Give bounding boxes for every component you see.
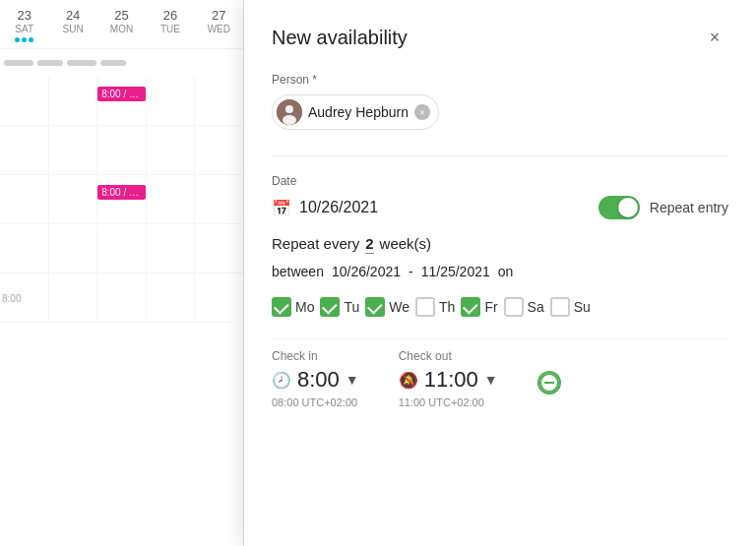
date-end: 11/25/2021 [421, 264, 490, 279]
close-button[interactable]: × [701, 24, 728, 51]
modal-header: New availability × [272, 24, 728, 51]
divider-bar-1 [4, 60, 33, 66]
checkout-value: 11:00 [424, 367, 478, 393]
day-item-we: We [365, 297, 410, 317]
checkin-dropdown-arrow[interactable]: ▼ [346, 372, 359, 388]
day-label-tu: Tu [344, 299, 359, 315]
date-separator: - [409, 264, 413, 279]
checkout-utc: 11:00 UTC+02:00 [399, 396, 498, 408]
checkout-field-row: 🔕 11:00 ▼ [399, 367, 498, 393]
cal-event-1: 8:00 / day - The [97, 87, 146, 101]
person-field-label: Person * [272, 73, 728, 87]
date-start: 10/26/2021 [332, 264, 401, 279]
on-label: on [498, 264, 514, 279]
cal-cell-sun-4 [49, 224, 98, 273]
checkin-checkout-row: Check in 🕗 8:00 ▼ 08:00 UTC+02:00 Check … [272, 338, 728, 408]
cal-cell-wed-4 [195, 224, 243, 273]
between-row: between 10/26/2021 - 11/25/2021 on [272, 264, 728, 279]
day-checkbox-we[interactable] [365, 297, 385, 317]
day-checkbox-su[interactable] [550, 297, 570, 317]
cal-day-name-sun: SUN [48, 24, 96, 34]
day-label-we: We [389, 299, 410, 315]
cal-cell-mon-5 [97, 273, 147, 322]
cal-cell-mon-2 [97, 126, 147, 174]
dot-1 [15, 37, 20, 42]
avatar-icon [277, 99, 302, 125]
repeat-toggle[interactable] [598, 196, 640, 219]
cal-cell-sat-2 [0, 126, 49, 174]
cal-day-mon: 25 MON [97, 8, 146, 42]
divider-bar-2 [37, 60, 63, 66]
day-checkbox-fr[interactable] [461, 297, 480, 317]
person-remove-button[interactable]: × [414, 104, 430, 120]
cal-cell-tue-3 [147, 175, 196, 223]
cal-cell-wed-5 [195, 273, 243, 322]
day-item-fr: Fr [461, 297, 497, 317]
divider-bar-3 [67, 60, 96, 66]
cal-cell-mon-1: 8:00 / day - The [97, 77, 147, 125]
day-item-mo: Mo [272, 297, 314, 317]
cal-cell-tue-5 [147, 273, 196, 322]
checkout-group: Check out 🔕 11:00 ▼ 11:00 UTC+02:00 [399, 349, 498, 408]
divider-row-1 [0, 49, 243, 77]
cal-cell-sat-1 [0, 77, 49, 125]
cal-day-num-sat: 23 [0, 8, 48, 23]
cal-cell-wed-2 [195, 126, 243, 174]
day-checkbox-tu[interactable] [320, 297, 340, 317]
checkin-value: 8:00 [297, 367, 340, 393]
checkin-utc: 08:00 UTC+02:00 [272, 396, 359, 408]
cal-day-num-wed: 27 [195, 8, 243, 23]
cal-day-num-tue: 26 [146, 8, 194, 23]
checkout-label: Check out [399, 349, 498, 363]
cal-day-sun: 24 SUN [48, 8, 96, 42]
cal-cell-sun-1 [49, 77, 98, 125]
cal-row-5: 8:00 [0, 273, 243, 323]
person-divider [272, 155, 728, 156]
cal-day-num-mon: 25 [97, 8, 146, 23]
day-label-sa: Sa [528, 299, 544, 315]
day-label-th: Th [439, 299, 455, 315]
cal-day-tue: 26 TUE [146, 8, 194, 42]
cal-cell-sat-4 [0, 224, 49, 273]
date-value: 10/26/2021 [299, 199, 378, 216]
cal-day-name-mon: MON [97, 24, 146, 34]
minus-circle-icon [539, 373, 559, 393]
between-prefix: between [272, 264, 324, 279]
svg-point-2 [283, 115, 296, 125]
person-avatar [277, 99, 302, 125]
checkout-dropdown-arrow[interactable]: ▼ [484, 372, 498, 388]
day-item-th: Th [415, 297, 455, 317]
cal-cell-sat-3 [0, 175, 49, 223]
cal-cell-sun-3 [49, 175, 98, 223]
cal-row-2 [0, 126, 243, 175]
checkin-field-row: 🕗 8:00 ▼ [272, 367, 359, 393]
repeat-every-suffix: week(s) [380, 235, 432, 252]
day-label-su: Su [574, 299, 591, 315]
dot-3 [29, 37, 33, 42]
cal-cell-tue-4 [147, 224, 196, 273]
modal-title: New availability [272, 27, 408, 49]
cal-cell-wed-3 [195, 175, 243, 223]
day-checkbox-th[interactable] [415, 297, 435, 317]
cal-cell-sun-2 [49, 126, 98, 174]
date-row: 📅 10/26/2021 Repeat entry [272, 196, 728, 219]
cal-day-name-wed: WED [195, 24, 243, 34]
checkin-group: Check in 🕗 8:00 ▼ 08:00 UTC+02:00 [272, 349, 359, 408]
cal-cell-tue-1 [147, 77, 196, 125]
cal-cell-mon-4 [97, 224, 147, 273]
repeat-toggle-row: Repeat entry [598, 196, 728, 219]
remove-time-button[interactable] [537, 371, 561, 394]
cal-cell-sat-5 [0, 273, 49, 322]
day-checkbox-mo[interactable] [272, 297, 291, 317]
calendar-icon: 📅 [272, 199, 291, 217]
repeat-every-row: Repeat every 2 week(s) [272, 235, 728, 254]
cal-cell-wed-1 [195, 77, 243, 125]
cal-event-2: 8:00 / day - Ti [97, 185, 146, 200]
date-field: 📅 10/26/2021 [272, 199, 378, 217]
day-label-fr: Fr [484, 299, 497, 315]
day-checkbox-sa[interactable] [504, 297, 524, 317]
person-name: Audrey Hepburn [308, 104, 409, 120]
cal-day-sat: 23 SAT [0, 8, 48, 42]
date-field-label: Date [272, 174, 728, 188]
days-row: Mo Tu We Th Fr Sa Su [272, 297, 728, 317]
